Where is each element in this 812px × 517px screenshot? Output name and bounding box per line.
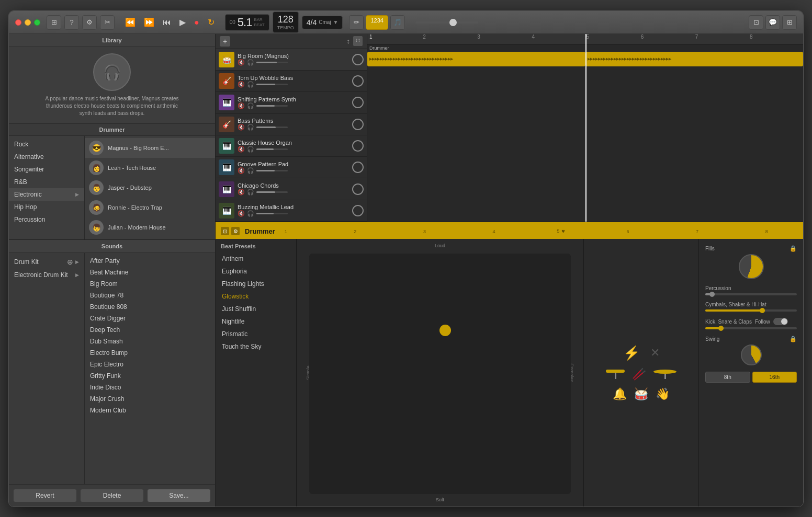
sound-item-crate-digger[interactable]: Crate Digger bbox=[85, 313, 215, 324]
track-headphones-icon[interactable]: 🎧 bbox=[247, 124, 254, 131]
track-headphones-icon[interactable]: 🎧 bbox=[247, 189, 254, 196]
track-volume-slider[interactable] bbox=[256, 127, 288, 128]
cycle-button[interactable]: ↻ bbox=[206, 15, 217, 29]
sound-item-beat-machine[interactable]: Beat Machine bbox=[85, 267, 215, 278]
track-volume-slider[interactable] bbox=[256, 170, 288, 171]
genre-item-rnb[interactable]: R&B bbox=[9, 176, 84, 188]
track-item-big-room[interactable]: 🥁 Big Room (Magnus) 🔇 🎧 bbox=[216, 49, 367, 71]
library-button[interactable]: ⊞ bbox=[47, 15, 61, 30]
genre-item-rock[interactable]: Rock bbox=[9, 138, 84, 151]
editor-settings-icon[interactable]: ⚙ bbox=[231, 227, 240, 235]
fills-knob[interactable] bbox=[739, 254, 764, 279]
clap-icon[interactable]: 👋 bbox=[656, 387, 670, 401]
track-pan-knob[interactable] bbox=[352, 205, 364, 216]
track-pan-knob[interactable] bbox=[352, 119, 364, 130]
track-headphones-icon[interactable]: 🎧 bbox=[247, 59, 254, 66]
scissors-button[interactable]: ✂ bbox=[100, 15, 115, 30]
lightning-icon[interactable]: ⚡ bbox=[623, 345, 640, 361]
preset-anthem[interactable]: Anthem bbox=[216, 252, 296, 265]
genre-item-songwriter[interactable]: Songwriter bbox=[9, 163, 84, 176]
drum-kit-add-icon[interactable]: ⊕ bbox=[67, 258, 73, 266]
sound-cat-drum-kit[interactable]: Drum Kit ⊕ ▶ bbox=[9, 255, 84, 269]
maximize-button[interactable] bbox=[34, 19, 40, 26]
track-volume-slider[interactable] bbox=[256, 148, 288, 150]
swing-knob[interactable] bbox=[741, 344, 762, 365]
skip-back-button[interactable]: ⏮ bbox=[161, 16, 173, 29]
track-item-shifting[interactable]: 🎹 Shifting Patterns Synth 🔇 🎧 bbox=[216, 92, 367, 113]
track-pan-knob[interactable] bbox=[352, 183, 364, 195]
drum-pad-canvas[interactable] bbox=[309, 254, 571, 494]
sound-item-modern-club[interactable]: Modern Club bbox=[85, 405, 215, 416]
track-mute-icon[interactable]: 🔇 bbox=[238, 189, 245, 196]
drummer-region-block-1[interactable]: ▶▶▶▶▶▶▶▶▶▶▶▶▶▶▶▶▶▶▶▶▶▶▶▶▶▶▶▶▶▶▶▶ bbox=[367, 52, 585, 66]
drummer-item-magnus[interactable]: 😎 Magnus - Big Room E... bbox=[85, 138, 215, 158]
sound-item-boutique-78[interactable]: Boutique 78 bbox=[85, 290, 215, 301]
revert-button[interactable]: Revert bbox=[13, 489, 77, 502]
percussion-slider[interactable] bbox=[705, 293, 797, 295]
genre-item-alternative[interactable]: Alternative bbox=[9, 151, 84, 163]
track-mute-icon[interactable]: 🔇 bbox=[238, 210, 245, 217]
track-item-bass-patterns[interactable]: 🎸 Bass Patterns 🔇 🎧 bbox=[216, 114, 367, 135]
chat-button[interactable]: 💬 bbox=[765, 15, 780, 30]
sound-cat-electronic-drum-kit[interactable]: Electronic Drum Kit ▶ bbox=[9, 269, 84, 281]
track-item-buzzing-metallic[interactable]: 🎹 Buzzing Metallic Lead 🔇 🎧 bbox=[216, 200, 367, 222]
mode-1234-button[interactable]: 1234 bbox=[366, 15, 388, 30]
cross-icon[interactable]: ✕ bbox=[650, 346, 660, 360]
delete-button[interactable]: Delete bbox=[80, 489, 144, 502]
sound-item-indie-disco[interactable]: Indie Disco bbox=[85, 382, 215, 393]
note-8th-button[interactable]: 8th bbox=[705, 372, 750, 383]
sound-item-epic-electro[interactable]: Epic Electro bbox=[85, 359, 215, 370]
follow-toggle[interactable] bbox=[773, 318, 788, 325]
stick-icon[interactable]: 🥢 bbox=[632, 367, 646, 381]
track-mute-icon[interactable]: 🔇 bbox=[238, 146, 245, 153]
track-volume-slider[interactable] bbox=[256, 105, 288, 107]
track-volume-slider[interactable] bbox=[256, 62, 288, 63]
track-pan-knob[interactable] bbox=[352, 140, 364, 152]
track-pan-knob[interactable] bbox=[352, 97, 364, 108]
track-headphones-icon[interactable]: 🎧 bbox=[247, 210, 254, 217]
sig-dropdown-icon[interactable]: ▼ bbox=[333, 19, 339, 25]
track-collapse-icon[interactable]: ↕↕ bbox=[353, 36, 363, 46]
drummer-item-julian[interactable]: 👦 Julian - Modern House bbox=[85, 217, 215, 237]
fills-lock-icon[interactable]: 🔒 bbox=[790, 245, 797, 252]
preset-touch-the-sky[interactable]: Touch the Sky bbox=[216, 340, 296, 353]
master-volume-slider[interactable] bbox=[415, 21, 478, 24]
sound-item-major-crush[interactable]: Major Crush bbox=[85, 393, 215, 405]
track-pan-knob[interactable] bbox=[352, 54, 364, 65]
track-item-groove-pattern[interactable]: 🎹 Groove Pattern Pad 🔇 🎧 bbox=[216, 157, 367, 178]
track-mute-icon[interactable]: 🔇 bbox=[238, 81, 245, 88]
cymbals-slider[interactable] bbox=[705, 309, 797, 312]
drummer-item-ronnie[interactable]: 🧔 Ronnie - Electro Trap bbox=[85, 198, 215, 217]
track-mute-icon[interactable]: 🔇 bbox=[238, 59, 245, 66]
track-pan-knob[interactable] bbox=[352, 75, 364, 87]
settings-button[interactable]: ⚙ bbox=[82, 15, 97, 30]
record-button[interactable]: ● bbox=[192, 16, 201, 29]
save-button[interactable]: Save... bbox=[147, 489, 211, 502]
close-button[interactable] bbox=[15, 19, 21, 26]
genre-item-percussion[interactable]: Percussion bbox=[9, 213, 84, 226]
track-item-chicago-chords[interactable]: 🎹 Chicago Chords 🔇 🎧 bbox=[216, 178, 367, 200]
track-volume-slider[interactable] bbox=[256, 84, 288, 85]
pencil-button[interactable]: ✏ bbox=[349, 15, 364, 30]
track-headphones-icon[interactable]: 🎧 bbox=[247, 102, 254, 109]
sound-item-after-party[interactable]: After Party bbox=[85, 255, 215, 267]
sound-item-gritty-funk[interactable]: Gritty Funk bbox=[85, 370, 215, 382]
hihat-icon[interactable] bbox=[606, 370, 625, 379]
note-16th-button[interactable]: 16th bbox=[752, 372, 797, 383]
playhead[interactable] bbox=[585, 34, 587, 222]
rewind-button[interactable]: ⏪ bbox=[123, 15, 138, 29]
ride-cymbal-icon[interactable] bbox=[653, 370, 676, 379]
drummer-item-leah[interactable]: 👩 Leah - Tech House bbox=[85, 158, 215, 178]
track-item-classic-house[interactable]: 🎹 Classic House Organ 🔇 🎧 bbox=[216, 135, 367, 157]
sound-item-dub-smash[interactable]: Dub Smash bbox=[85, 336, 215, 347]
preset-glowstick[interactable]: Glowstick bbox=[216, 290, 296, 303]
genre-item-electronic[interactable]: Electronic ▶ bbox=[9, 188, 84, 201]
swing-lock-icon[interactable]: 🔒 bbox=[790, 336, 797, 342]
track-headphones-icon[interactable]: 🎧 bbox=[247, 146, 254, 153]
sound-item-electro-bump[interactable]: Electro Bump bbox=[85, 347, 215, 359]
drummer-region-block-2[interactable]: ▶▶▶▶▶▶▶▶▶▶▶▶▶▶▶▶▶▶▶▶▶▶▶▶▶▶▶▶▶▶▶▶ bbox=[585, 52, 804, 66]
track-headphones-icon[interactable]: 🎧 bbox=[247, 167, 254, 174]
kick-slider[interactable] bbox=[705, 327, 797, 329]
preset-just-shufflin[interactable]: Just Shufflin bbox=[216, 303, 296, 315]
genre-item-hiphop[interactable]: Hip Hop bbox=[9, 201, 84, 213]
